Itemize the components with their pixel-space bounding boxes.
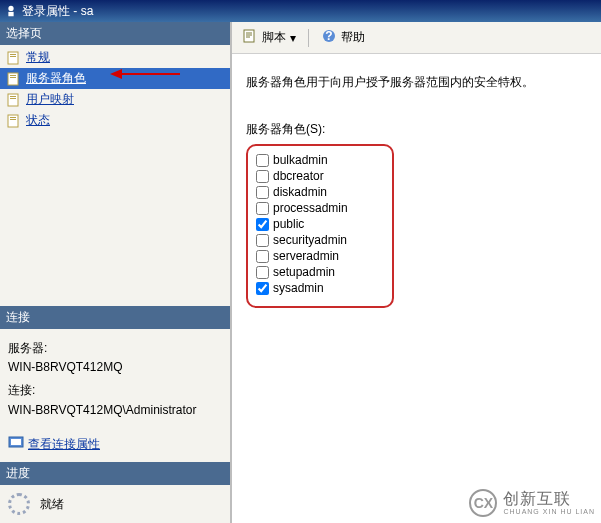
roles-highlight-box: bulkadmindbcreatordiskadminprocessadminp… xyxy=(246,144,394,308)
help-icon: ? xyxy=(321,28,337,47)
progress-header: 进度 xyxy=(0,462,230,485)
nav-item-status[interactable]: 状态 xyxy=(0,110,230,131)
role-label: serveradmin xyxy=(273,249,339,263)
description-text: 服务器角色用于向用户授予服务器范围内的安全特权。 xyxy=(232,54,601,99)
role-label: dbcreator xyxy=(273,169,324,183)
app-icon xyxy=(4,4,18,18)
server-label: 服务器: xyxy=(8,339,222,358)
svg-rect-18 xyxy=(244,30,254,42)
svg-rect-9 xyxy=(10,96,16,97)
svg-point-0 xyxy=(8,6,13,11)
nav-list: 常规 服务器角色 用户映射 状态 xyxy=(0,45,230,135)
window-title: 登录属性 - sa xyxy=(22,3,93,20)
role-checkbox-serveradmin[interactable] xyxy=(256,250,269,263)
nav-label: 用户映射 xyxy=(26,91,74,108)
role-row-diskadmin[interactable]: diskadmin xyxy=(256,184,384,200)
svg-rect-10 xyxy=(10,98,16,99)
svg-text:?: ? xyxy=(325,29,332,43)
connection-header: 连接 xyxy=(0,306,230,329)
role-label: processadmin xyxy=(273,201,348,215)
progress-block: 就绪 xyxy=(0,485,230,523)
server-value: WIN-B8RVQT412MQ xyxy=(8,358,222,377)
svg-rect-4 xyxy=(10,56,16,57)
page-icon xyxy=(6,50,22,66)
role-label: diskadmin xyxy=(273,185,327,199)
role-checkbox-diskadmin[interactable] xyxy=(256,186,269,199)
script-button[interactable]: 脚本 ▾ xyxy=(238,26,300,49)
svg-rect-13 xyxy=(10,119,16,120)
svg-rect-6 xyxy=(10,75,16,76)
svg-rect-1 xyxy=(8,12,13,16)
role-label: bulkadmin xyxy=(273,153,328,167)
connection-label: 连接: xyxy=(8,381,222,400)
svg-rect-5 xyxy=(8,73,18,85)
svg-rect-8 xyxy=(8,94,18,106)
script-label: 脚本 xyxy=(262,29,286,46)
connection-value: WIN-B8RVQT412MQ\Administrator xyxy=(8,401,222,420)
select-page-header: 选择页 xyxy=(0,22,230,45)
toolbar-separator xyxy=(308,29,309,47)
svg-rect-3 xyxy=(10,54,16,55)
help-button[interactable]: ? 帮助 xyxy=(317,26,369,49)
role-checkbox-setupadmin[interactable] xyxy=(256,266,269,279)
svg-rect-2 xyxy=(8,52,18,64)
progress-status: 就绪 xyxy=(40,496,64,513)
title-bar: 登录属性 - sa xyxy=(0,0,601,22)
role-label: public xyxy=(273,217,304,231)
view-connection-link[interactable]: 查看连接属性 xyxy=(8,434,100,456)
role-label: setupadmin xyxy=(273,265,335,279)
nav-label: 服务器角色 xyxy=(26,70,86,87)
role-checkbox-bulkadmin[interactable] xyxy=(256,154,269,167)
page-icon xyxy=(6,113,22,129)
nav-label: 状态 xyxy=(26,112,50,129)
role-row-public[interactable]: public xyxy=(256,216,384,232)
role-checkbox-dbcreator[interactable] xyxy=(256,170,269,183)
link-label: 查看连接属性 xyxy=(28,435,100,454)
role-row-setupadmin[interactable]: setupadmin xyxy=(256,264,384,280)
role-row-securityadmin[interactable]: securityadmin xyxy=(256,232,384,248)
role-checkbox-processadmin[interactable] xyxy=(256,202,269,215)
script-icon xyxy=(242,28,258,47)
help-label: 帮助 xyxy=(341,29,365,46)
nav-label: 常规 xyxy=(26,49,50,66)
role-label: sysadmin xyxy=(273,281,324,295)
dropdown-icon: ▾ xyxy=(290,31,296,45)
nav-item-user-mapping[interactable]: 用户映射 xyxy=(0,89,230,110)
nav-item-general[interactable]: 常规 xyxy=(0,47,230,68)
page-icon xyxy=(6,92,22,108)
nav-item-server-roles[interactable]: 服务器角色 xyxy=(0,68,230,89)
svg-rect-11 xyxy=(8,115,18,127)
svg-rect-12 xyxy=(10,117,16,118)
roles-label: 服务器角色(S): xyxy=(232,99,601,142)
role-checkbox-public[interactable] xyxy=(256,218,269,231)
role-row-dbcreator[interactable]: dbcreator xyxy=(256,168,384,184)
roles-list: bulkadmindbcreatordiskadminprocessadminp… xyxy=(256,152,384,296)
role-row-serveradmin[interactable]: serveradmin xyxy=(256,248,384,264)
role-checkbox-sysadmin[interactable] xyxy=(256,282,269,295)
page-icon xyxy=(6,71,22,87)
svg-rect-17 xyxy=(11,439,21,445)
role-row-sysadmin[interactable]: sysadmin xyxy=(256,280,384,296)
role-label: securityadmin xyxy=(273,233,347,247)
svg-rect-7 xyxy=(10,77,16,78)
right-pane: 脚本 ▾ ? 帮助 服务器角色用于向用户授予服务器范围内的安全特权。 服务器角色… xyxy=(232,22,601,523)
spinner-icon xyxy=(8,493,30,515)
role-checkbox-securityadmin[interactable] xyxy=(256,234,269,247)
toolbar: 脚本 ▾ ? 帮助 xyxy=(232,22,601,54)
role-row-processadmin[interactable]: processadmin xyxy=(256,200,384,216)
left-pane: 选择页 常规 服务器角色 用户映射 状态 连接 xyxy=(0,22,232,523)
role-row-bulkadmin[interactable]: bulkadmin xyxy=(256,152,384,168)
properties-icon xyxy=(8,434,24,456)
connection-info: 服务器: WIN-B8RVQT412MQ 连接: WIN-B8RVQT412MQ… xyxy=(0,329,230,462)
